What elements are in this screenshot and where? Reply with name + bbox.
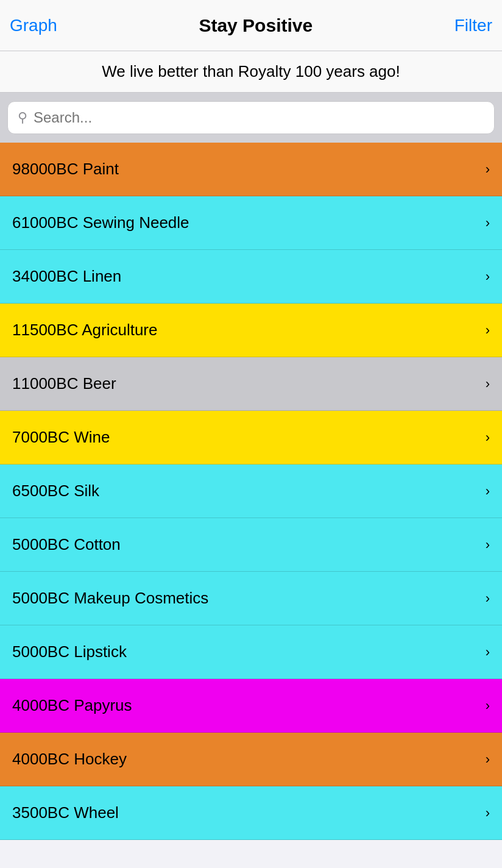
list-item[interactable]: 11500BC Agriculture› (0, 304, 502, 357)
chevron-right-icon: › (486, 269, 490, 285)
list-item[interactable]: 4000BC Hockey› (0, 733, 502, 786)
list-item[interactable]: 34000BC Linen› (0, 250, 502, 304)
list-item-label: 5000BC Lipstick (12, 642, 127, 661)
chevron-right-icon: › (486, 537, 490, 553)
search-bar[interactable]: ⚲ (7, 101, 495, 134)
chevron-right-icon: › (486, 215, 490, 231)
graph-nav-button[interactable]: Graph (10, 16, 57, 35)
list-item-label: 98000BC Paint (12, 160, 119, 179)
list-item-label: 3500BC Wheel (12, 803, 119, 822)
chevron-right-icon: › (486, 591, 490, 607)
page-title: Stay Positive (57, 15, 454, 36)
list-item[interactable]: 6500BC Silk› (0, 464, 502, 518)
chevron-right-icon: › (486, 430, 490, 446)
chevron-right-icon: › (486, 162, 490, 177)
list-item[interactable]: 5000BC Cotton› (0, 518, 502, 572)
chevron-right-icon: › (486, 644, 490, 660)
search-container: ⚲ (0, 93, 502, 143)
list-item-label: 61000BC Sewing Needle (12, 213, 189, 232)
list-item-label: 5000BC Makeup Cosmetics (12, 589, 208, 608)
list-item[interactable]: 98000BC Paint› (0, 143, 502, 196)
navigation-bar: Graph Stay Positive Filter (0, 0, 502, 51)
chevron-right-icon: › (486, 698, 490, 714)
chevron-right-icon: › (486, 805, 490, 821)
chevron-right-icon: › (486, 483, 490, 499)
chevron-right-icon: › (486, 752, 490, 767)
list-item-label: 11500BC Agriculture (12, 321, 157, 340)
search-icon: ⚲ (18, 110, 27, 126)
list-item[interactable]: 4000BC Papyrus› (0, 679, 502, 733)
subtitle-bar: We live better than Royalty 100 years ag… (0, 51, 502, 93)
list-item-label: 34000BC Linen (12, 267, 121, 286)
list-item-label: 4000BC Hockey (12, 750, 127, 769)
list-item[interactable]: 5000BC Lipstick› (0, 625, 502, 679)
list-item-label: 4000BC Papyrus (12, 696, 132, 715)
list-item[interactable]: 61000BC Sewing Needle› (0, 196, 502, 250)
list-item[interactable]: 3500BC Wheel› (0, 786, 502, 840)
list-item-label: 5000BC Cotton (12, 535, 121, 554)
items-list: 98000BC Paint›61000BC Sewing Needle›3400… (0, 143, 502, 840)
list-item-label: 6500BC Silk (12, 482, 99, 500)
chevron-right-icon: › (486, 376, 490, 392)
subtitle-text: We live better than Royalty 100 years ag… (102, 62, 400, 80)
list-item[interactable]: 5000BC Makeup Cosmetics› (0, 572, 502, 625)
search-input[interactable] (34, 109, 484, 126)
list-item-label: 11000BC Beer (12, 374, 116, 393)
list-item[interactable]: 11000BC Beer› (0, 357, 502, 411)
filter-nav-button[interactable]: Filter (454, 16, 492, 35)
list-item-label: 7000BC Wine (12, 428, 110, 447)
list-item[interactable]: 7000BC Wine› (0, 411, 502, 464)
chevron-right-icon: › (486, 322, 490, 338)
